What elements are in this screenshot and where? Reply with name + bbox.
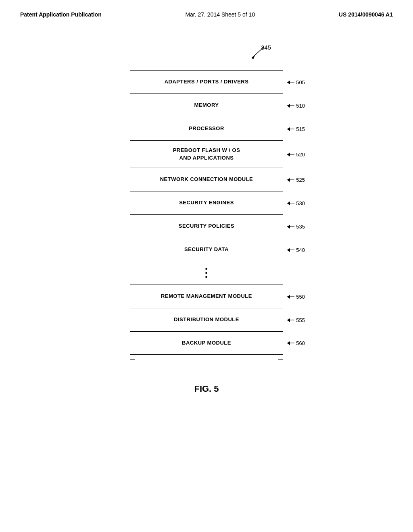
block-510: MEMORY 510 <box>130 94 283 117</box>
block-dots-label: ⋮ <box>200 265 213 281</box>
block-520-label: PREBOOT FLASH W / OSAND APPLICATIONS <box>173 147 240 161</box>
ref-tick-560 <box>287 343 294 343</box>
ref-525: 525 <box>287 177 305 183</box>
fig-caption: FIG. 5 <box>0 384 413 394</box>
svg-line-0 <box>252 47 264 58</box>
corner-left <box>130 355 135 360</box>
block-560: BACKUP MODULE 560 <box>130 331 283 355</box>
block-515-label: PROCESSOR <box>189 125 224 132</box>
ref-tick-520 <box>287 154 294 154</box>
diagram-container: 345 ADAPTERS / PORTS / DRIVERS 505 MEMOR… <box>0 42 413 360</box>
block-540-label: SECURITY DATA <box>184 246 229 253</box>
block-525-label: NETWORK CONNECTION MODULE <box>160 176 253 183</box>
block-505-label: ADAPTERS / PORTS / DRIVERS <box>165 78 249 85</box>
block-520: PREBOOT FLASH W / OSAND APPLICATIONS 520 <box>130 140 283 168</box>
bottom-corners <box>130 355 283 360</box>
block-550-label: REMOTE MANAGEMENT MODULE <box>161 293 252 300</box>
block-540: SECURITY DATA 540 <box>130 238 283 261</box>
ref-tick-535 <box>287 226 294 227</box>
header-center: Mar. 27, 2014 Sheet 5 of 10 <box>185 11 255 18</box>
ref-520: 520 <box>287 151 305 157</box>
block-dots: ⋮ <box>130 261 283 285</box>
header-right: US 2014/0090046 A1 <box>339 11 393 18</box>
page-header: Patent Application Publication Mar. 27, … <box>0 0 413 18</box>
block-560-label: BACKUP MODULE <box>182 339 231 347</box>
ref-560: 560 <box>287 340 305 346</box>
ref-tick-505 <box>287 82 294 82</box>
ref-550: 550 <box>287 293 305 299</box>
ref-tick-525 <box>287 179 294 180</box>
ref-515: 515 <box>287 126 305 132</box>
block-525: NETWORK CONNECTION MODULE 525 <box>130 168 283 191</box>
blocks-wrapper: ADAPTERS / PORTS / DRIVERS 505 MEMORY 51… <box>130 70 283 355</box>
ref-345-container: 345 <box>130 42 283 66</box>
block-535: SECURITY POLICIES 535 <box>130 214 283 238</box>
ref-tick-550 <box>287 296 294 297</box>
block-535-label: SECURITY POLICIES <box>179 222 234 230</box>
block-555: DISTRIBUTION MODULE 555 <box>130 308 283 331</box>
ref-tick-515 <box>287 129 294 129</box>
ref-530: 530 <box>287 200 305 206</box>
ref-tick-555 <box>287 320 294 320</box>
block-550: REMOTE MANAGEMENT MODULE 550 <box>130 285 283 308</box>
ref-510: 510 <box>287 102 305 108</box>
block-555-label: DISTRIBUTION MODULE <box>174 316 239 323</box>
ref-345-arrow-svg <box>248 45 268 61</box>
block-530: SECURITY ENGINES 530 <box>130 191 283 214</box>
ref-tick-510 <box>287 105 294 106</box>
corner-right <box>278 355 283 360</box>
ref-535: 535 <box>287 223 305 229</box>
ref-540: 540 <box>287 247 305 253</box>
block-530-label: SECURITY ENGINES <box>179 199 234 206</box>
block-510-label: MEMORY <box>194 102 219 109</box>
ref-tick-530 <box>287 203 294 203</box>
ref-505: 505 <box>287 79 305 85</box>
block-515: PROCESSOR 515 <box>130 117 283 140</box>
ref-555: 555 <box>287 317 305 323</box>
header-left: Patent Application Publication <box>20 11 102 18</box>
ref-tick-540 <box>287 249 294 250</box>
block-505: ADAPTERS / PORTS / DRIVERS 505 <box>130 70 283 94</box>
